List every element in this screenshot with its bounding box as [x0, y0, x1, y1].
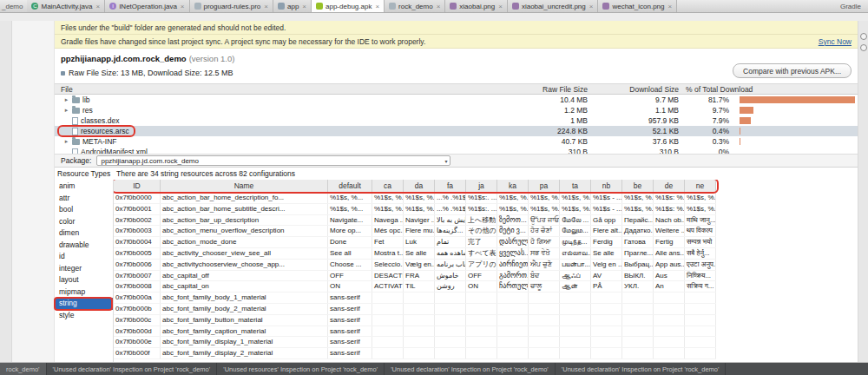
- string-column-header-ka[interactable]: ka: [497, 180, 529, 192]
- string-table-row[interactable]: 0x7f0b000cabc_font_family_button_materia…: [114, 315, 716, 326]
- string-table-row[interactable]: 0x7f0b000babc_font_family_body_2_materia…: [114, 304, 716, 315]
- status-tab-4[interactable]: 'Unused declaration' Inspection on Proje…: [556, 363, 727, 375]
- file-row-lib[interactable]: ▸lib10.4 MB9.7 MB81.7%: [55, 95, 858, 105]
- string-cell: [560, 337, 591, 347]
- close-icon[interactable]: ×: [181, 3, 185, 10]
- resource-type-string[interactable]: string: [55, 298, 113, 310]
- string-table-row[interactable]: 0x7f0b000fabc_font_family_display_2_mate…: [114, 348, 716, 359]
- editor-tab-app-debug.apk[interactable]: app-debug.apk×: [312, 0, 385, 12]
- file-row-resources.arsc[interactable]: resources.arsc224.8 KB52.1 KB0.4%: [55, 126, 858, 136]
- chevron-down-icon[interactable]: ▾: [444, 158, 447, 164]
- string-table-row[interactable]: 0x7f0b000aabc_font_family_body_1_materia…: [114, 293, 716, 304]
- string-column-header-ne[interactable]: ne: [685, 180, 716, 192]
- editor-tab-wechat_icon.png[interactable]: wechat_icon.png×: [598, 0, 677, 12]
- resource-type-label: color: [59, 217, 75, 226]
- download-size-cell: 37.6 KB: [595, 137, 686, 146]
- string-column-header-ID[interactable]: ID: [114, 180, 161, 192]
- string-table-row[interactable]: 0x7f0b0001abc_action_bar_home_subtitle_d…: [114, 204, 716, 215]
- resource-type-attr[interactable]: attr: [55, 193, 113, 205]
- resource-type-mipmap[interactable]: mipmap: [55, 286, 113, 299]
- resource-type-dimen[interactable]: dimen: [55, 227, 113, 240]
- close-icon[interactable]: ×: [264, 3, 268, 10]
- string-table-row[interactable]: 0x7f0b0000abc_action_bar_home_descriptio…: [114, 193, 716, 204]
- editor-tab-MainActivity.java[interactable]: CMainActivity.java×: [27, 0, 105, 12]
- file-row-META-INF[interactable]: ▸META-INF40.7 KB37.6 KB0.3%: [55, 136, 858, 147]
- toolwindow-icon-1[interactable]: [860, 33, 867, 40]
- resource-type-style[interactable]: style: [55, 310, 113, 322]
- string-column-header-nb[interactable]: nb: [591, 180, 622, 192]
- toolwindow-icon-2[interactable]: [860, 44, 867, 51]
- resource-type-id[interactable]: id: [55, 251, 113, 263]
- string-column-header-de[interactable]: de: [654, 180, 685, 192]
- string-table-row[interactable]: 0x7f0b0002abc_action_bar_up_descriptionN…: [114, 215, 716, 227]
- resource-type-integer[interactable]: integer: [55, 263, 113, 275]
- editor-tab-proguard-rules.pro[interactable]: proguard-rules.pro×: [190, 0, 273, 12]
- column-header-percent-of-total-download[interactable]: % of Total Download: [686, 85, 858, 94]
- package-combobox[interactable]: ppzhijianapp.jd.com.rock_demo ▾: [96, 155, 450, 166]
- package-value: ppzhijianapp.jd.com.rock_demo: [101, 157, 199, 165]
- status-tab-2[interactable]: 'Unused resources' Inspection on Project…: [217, 363, 385, 375]
- editor-tab-xiaobai.png[interactable]: xiaobai.png×: [445, 0, 508, 12]
- close-icon[interactable]: ×: [437, 3, 441, 10]
- resource-type-bool[interactable]: bool: [55, 204, 113, 216]
- string-cell: abc_capital_on: [161, 281, 328, 292]
- string-table-row[interactable]: 0x7f0b000eabc_font_family_display_1_mate…: [114, 337, 716, 348]
- close-icon[interactable]: ×: [667, 3, 672, 10]
- file-row-classes.dex[interactable]: classes.dex1 MB957.9 KB7.9%: [55, 115, 858, 126]
- sync-now-link[interactable]: Sync Now: [819, 37, 852, 46]
- string-table-row[interactable]: 0x7f0b000dabc_font_family_caption_materi…: [114, 326, 716, 338]
- string-column-header-Name[interactable]: Name: [161, 180, 328, 192]
- apk-version: (version 1.0): [189, 54, 235, 63]
- string-column-header-fa[interactable]: fa: [435, 180, 466, 192]
- string-cell: Выбрац...: [622, 260, 654, 270]
- string-column-header-ta[interactable]: ta: [560, 180, 591, 192]
- string-cell: %1$s: %...: [654, 193, 685, 203]
- file-row-res[interactable]: ▸res1.2 MB1.1 MB9.7%: [55, 105, 858, 115]
- column-header-download-size[interactable]: Download Size: [595, 85, 686, 94]
- project-tab-partial-label[interactable]: _demo: [0, 0, 27, 12]
- string-table-row[interactable]: 0x7f0b0006abc_activitychooserview_choose…: [114, 260, 716, 271]
- close-icon[interactable]: ×: [498, 3, 503, 10]
- close-icon[interactable]: ×: [589, 3, 594, 10]
- status-tab-1[interactable]: 'Unused declaration' Inspection on Proje…: [47, 363, 218, 375]
- string-column-header-ja[interactable]: ja: [466, 180, 497, 192]
- string-cell: [435, 348, 466, 359]
- close-icon[interactable]: ×: [302, 3, 306, 10]
- resource-type-drawable[interactable]: drawable: [55, 240, 113, 252]
- resource-type-anim[interactable]: anim: [55, 181, 113, 193]
- editor-tab-xiaobai_uncredit.png[interactable]: xiaobai_uncredit.png×: [508, 0, 599, 12]
- string-column-header-da[interactable]: da: [404, 180, 435, 192]
- string-cell: Mostra t...: [372, 248, 404, 259]
- status-tab-3[interactable]: 'Unused declaration' Inspection on Proje…: [385, 363, 556, 375]
- column-header-raw-file-size[interactable]: Raw File Size: [499, 85, 595, 94]
- string-table-row[interactable]: 0x7f0b0008abc_capital_onONACTIVATTILروشن…: [114, 281, 716, 293]
- gradle-toolwindow-button[interactable]: Gradle: [835, 0, 868, 12]
- expand-arrow-icon[interactable]: ▸: [63, 138, 69, 145]
- close-icon[interactable]: ×: [375, 3, 379, 10]
- compare-apk-button[interactable]: Compare with previous APK...: [733, 63, 852, 78]
- string-table-row[interactable]: 0x7f0b0005abc_activity_chooser_view_see_…: [114, 248, 716, 260]
- status-tab-partial[interactable]: rock_demo': [0, 363, 47, 375]
- resource-type-color[interactable]: color: [55, 216, 113, 228]
- file-row-AndroidManifest.xml[interactable]: AndroidManifest.xml310 B310 B0%: [55, 147, 858, 154]
- string-column-header-pa[interactable]: pa: [529, 180, 560, 192]
- string-table-row[interactable]: 0x7f0b0003abc_action_menu_overflow_descr…: [114, 226, 716, 237]
- editor-tab-rock_demo[interactable]: rock_demo×: [385, 0, 445, 12]
- string-table-row[interactable]: 0x7f0b0007abc_capital_offOFFDESACTI...FR…: [114, 271, 716, 282]
- string-table-row[interactable]: 0x7f0b0004abc_action_mode_doneDoneFetLuk…: [114, 237, 716, 248]
- expand-arrow-icon[interactable]: ▸: [63, 96, 69, 103]
- expand-arrow-icon[interactable]: ▸: [63, 107, 69, 114]
- editor-tab-app[interactable]: app×: [273, 0, 312, 12]
- editor-tab-INetOperation.java[interactable]: IINetOperation.java×: [105, 0, 189, 12]
- string-column-header-be[interactable]: be: [622, 180, 654, 192]
- string-column-header-default[interactable]: default: [328, 180, 372, 192]
- string-cell: %1$s, %...: [685, 193, 716, 203]
- resource-type-layout[interactable]: layout: [55, 274, 113, 286]
- download-size-cell: 957.9 KB: [595, 116, 686, 125]
- column-header-file[interactable]: File: [55, 85, 499, 94]
- percent-cell: 0.3%: [686, 137, 736, 146]
- close-icon[interactable]: ×: [95, 3, 100, 10]
- string-cell: [654, 337, 685, 347]
- string-column-header-ca[interactable]: ca: [372, 180, 404, 192]
- string-cell: ...% .%1$s: [435, 204, 466, 214]
